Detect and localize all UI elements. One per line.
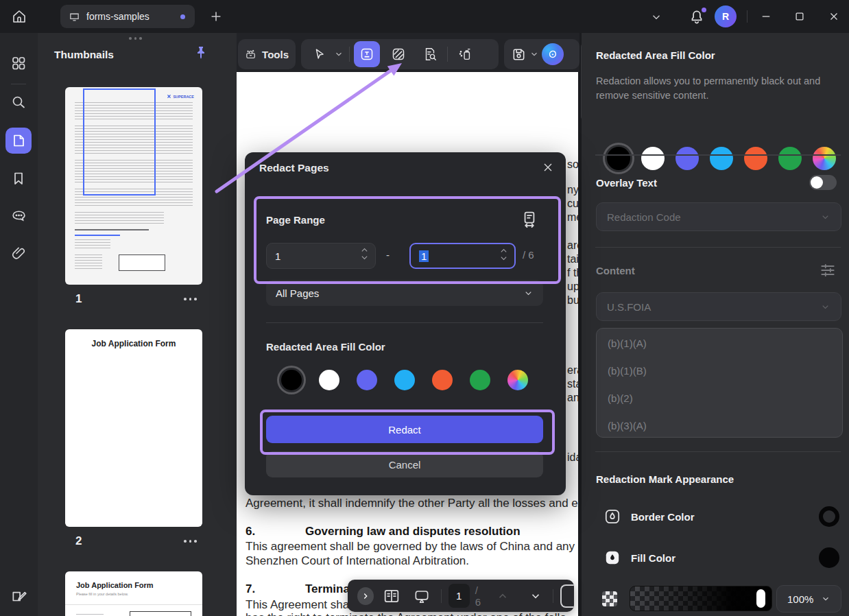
doc-text-fragment: idat [567, 451, 578, 464]
swatch-orange[interactable] [744, 147, 767, 170]
thumbnail-page-1[interactable]: SUPERACE [65, 87, 202, 285]
redaction-properties-panel: Redacted Area Fill Color Redaction allow… [582, 33, 849, 616]
opacity-slider-handle[interactable] [756, 589, 765, 608]
doc-text-fragment: upe [567, 281, 578, 293]
page-range-to-input[interactable]: 1 [409, 243, 516, 269]
save-icon[interactable] [511, 47, 527, 62]
previous-page-icon[interactable] [497, 590, 509, 602]
thumbnail-page-3[interactable]: Job Application Form Please fill in your… [65, 571, 202, 616]
search-icon[interactable] [10, 94, 27, 110]
left-sidebar-rail [0, 33, 38, 616]
thumb3-title: Job Application Form [76, 581, 154, 589]
attachment-paperclip-icon[interactable] [10, 245, 27, 261]
redact-text-tool-button[interactable] [354, 41, 380, 67]
swatch-indigo[interactable] [357, 370, 377, 390]
swatch-custom-rainbow[interactable] [507, 370, 528, 390]
swatch-blue[interactable] [710, 147, 733, 170]
thumb1-text-block [75, 212, 164, 224]
sanitize-spray-icon[interactable] [452, 41, 478, 67]
code-entry[interactable]: (b)(1)(B) [608, 365, 647, 377]
bookmark-icon[interactable] [10, 170, 27, 187]
page-range-icon[interactable] [520, 210, 539, 229]
nav-separator [553, 589, 553, 603]
fill-sign-icon[interactable] [10, 587, 27, 604]
page-range-scope-select[interactable]: All Pages [266, 280, 543, 306]
content-section-label: Content [596, 265, 635, 276]
swatch-green[interactable] [470, 370, 490, 390]
thumb1-email-link-line [75, 235, 120, 236]
opacity-percent-select[interactable]: 100% [776, 585, 841, 613]
nav-separator [441, 589, 442, 603]
save-chevron-down-icon[interactable] [529, 49, 539, 59]
thumb1-more-icon[interactable] [184, 298, 197, 300]
code-entry[interactable]: (b)(1)(A) [608, 337, 647, 349]
swatch-black[interactable] [607, 147, 630, 170]
avatar[interactable]: R [715, 5, 737, 27]
maximize-icon[interactable] [793, 10, 806, 23]
redact-button[interactable]: Redact [266, 416, 543, 443]
cursor-chevron-down-icon[interactable] [334, 49, 344, 59]
cancel-button-label: Cancel [389, 459, 421, 471]
code-set-select[interactable]: U.S.FOIA [596, 292, 841, 321]
home-icon[interactable] [11, 8, 27, 25]
doc-section7-number: 7. [246, 582, 255, 596]
close-window-icon[interactable] [828, 10, 840, 23]
panel-drag-handle[interactable] [129, 37, 142, 40]
redaction-code-select[interactable]: Redaction Code [596, 202, 841, 231]
from-spinner[interactable] [361, 247, 368, 261]
opacity-slider[interactable] [630, 586, 772, 611]
swatch-green[interactable] [778, 147, 802, 170]
zoom-control-partial[interactable] [560, 584, 574, 608]
toolbar-separator [349, 47, 350, 62]
superace-logo-text: SUPERACE [173, 95, 194, 99]
thumb1-text-block [75, 239, 110, 249]
dialog-close-icon[interactable] [541, 161, 555, 174]
sidebar-item-thumbnails[interactable] [5, 128, 32, 154]
to-spinner[interactable] [500, 248, 507, 261]
ai-assistant-icon[interactable] [542, 43, 564, 65]
document-tab[interactable]: forms-samples [60, 5, 195, 28]
presentation-mode-icon[interactable] [412, 587, 431, 605]
modal-fill-color-label: Redacted Area Fill Color [266, 341, 385, 353]
swatch-indigo[interactable] [675, 147, 699, 170]
swatch-custom-rainbow[interactable] [813, 147, 836, 170]
fill-color-swatch[interactable] [819, 547, 839, 568]
swatch-black[interactable] [281, 370, 302, 390]
border-color-swatch[interactable] [819, 506, 839, 527]
fill-color-icon [603, 549, 621, 567]
code-entry[interactable]: (b)(2) [608, 392, 633, 404]
two-page-view-icon[interactable] [382, 587, 401, 606]
page-range-from-input[interactable]: 1 [266, 243, 376, 269]
swatch-white[interactable] [319, 370, 339, 390]
redact-pages-tool-button[interactable] [385, 41, 411, 67]
swatch-white[interactable] [641, 147, 665, 170]
swatch-blue[interactable] [394, 370, 415, 390]
code-entry[interactable]: (b)(3)(A) [608, 420, 647, 431]
expand-nav-icon[interactable] [357, 587, 374, 605]
thumbnail-page-2[interactable]: Job Application Form [65, 329, 202, 527]
redaction-code-placeholder: Redaction Code [607, 211, 681, 223]
border-color-label: Border Color [631, 511, 695, 523]
toolbar: Tools [237, 33, 582, 72]
tools-button[interactable]: Tools [238, 39, 296, 69]
pin-panel-icon[interactable] [193, 45, 209, 61]
minimize-icon[interactable] [760, 10, 772, 23]
code-entries-list: (b)(1)(A) (b)(1)(B) (b)(2) (b)(3)(A) [596, 328, 843, 438]
cancel-button[interactable]: Cancel [266, 451, 543, 477]
comments-icon[interactable] [10, 207, 27, 224]
app-window: forms-samples R [0, 0, 849, 616]
search-and-redact-icon[interactable] [417, 41, 443, 67]
overlay-text-toggle[interactable] [809, 175, 837, 190]
thumb2-more-icon[interactable] [184, 540, 197, 543]
content-settings-icon[interactable] [819, 261, 837, 279]
apps-grid-icon[interactable] [10, 55, 27, 71]
new-tab-icon[interactable] [208, 9, 224, 24]
to-value-selected: 1 [419, 250, 429, 262]
next-page-icon[interactable] [529, 590, 542, 602]
titlebar-chevron-down-icon[interactable] [650, 11, 662, 23]
titlebar: forms-samples R [0, 0, 849, 33]
fill-color-label: Fill Color [631, 552, 675, 564]
current-page-input[interactable]: 1 [449, 584, 470, 608]
select-cursor-icon[interactable] [307, 41, 333, 67]
swatch-orange[interactable] [432, 370, 453, 390]
